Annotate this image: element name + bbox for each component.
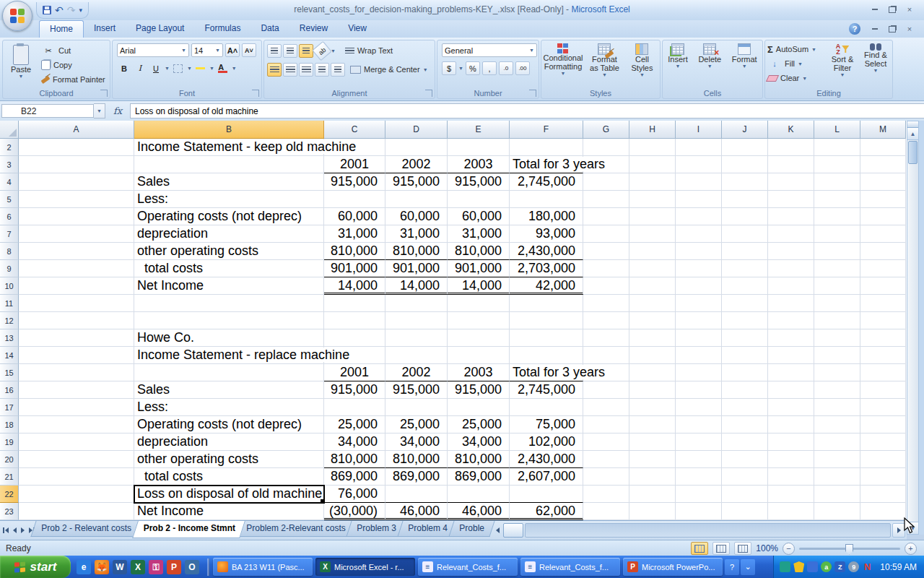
cell-G16[interactable] <box>583 381 629 399</box>
cell-E6[interactable]: 60,000 <box>448 208 510 225</box>
cell-L12[interactable] <box>814 312 860 329</box>
cell-E2[interactable] <box>448 139 510 156</box>
toolbar-chevron-button[interactable]: ⌄ <box>741 559 755 575</box>
cell-K17[interactable] <box>768 399 814 416</box>
cell-B13[interactable]: Howe Co. <box>134 329 324 347</box>
row-header-6[interactable]: 6 <box>0 208 19 225</box>
page-layout-view-button[interactable] <box>712 542 730 555</box>
cell-L4[interactable] <box>814 173 860 191</box>
cell-H11[interactable] <box>629 295 676 312</box>
cell-C7[interactable]: 31,000 <box>324 225 385 243</box>
cell-D15[interactable]: 2002 <box>385 364 448 381</box>
cell-K13[interactable] <box>768 329 814 347</box>
tray-n-icon[interactable]: N <box>862 561 873 572</box>
align-center-icon[interactable] <box>283 63 297 77</box>
cell-I16[interactable] <box>676 381 722 399</box>
cell-C16[interactable]: 915,000 <box>324 381 385 399</box>
cell-G22[interactable] <box>583 486 629 503</box>
cell-F6[interactable]: 180,000 <box>510 208 583 225</box>
cell-J2[interactable] <box>722 139 768 156</box>
cell-B11[interactable] <box>134 295 324 312</box>
tray-green-icon[interactable]: a <box>821 561 832 572</box>
sheet-tab-truncated[interactable]: Proble <box>448 521 494 537</box>
wrap-text-button[interactable]: Wrap Text <box>343 43 395 58</box>
cell-D10[interactable]: 14,000 <box>385 277 448 295</box>
horizontal-scrollbar[interactable] <box>492 521 907 540</box>
cell-A23[interactable] <box>19 503 134 520</box>
cell-B8[interactable]: other operating costs <box>134 243 324 260</box>
tab-scroll-left-icon[interactable] <box>496 527 500 533</box>
cell-J19[interactable] <box>722 434 768 451</box>
start-button[interactable]: start <box>0 556 71 578</box>
row-header-10[interactable]: 10 <box>0 277 19 295</box>
cell-M6[interactable] <box>860 208 906 225</box>
cell-K21[interactable] <box>768 468 814 486</box>
row-header-12[interactable]: 12 <box>0 312 19 329</box>
cell-C4[interactable]: 915,000 <box>324 173 385 191</box>
cell-J21[interactable] <box>722 468 768 486</box>
cell-K7[interactable] <box>768 225 814 243</box>
cell-A12[interactable] <box>19 312 134 329</box>
font-size-select[interactable]: 14▼ <box>191 43 223 57</box>
cell-B20[interactable]: other operating costs <box>134 451 324 468</box>
cell-B5[interactable]: Less: <box>134 191 324 208</box>
cell-B19[interactable]: depreciation <box>134 434 324 451</box>
sheet-tab-prob2-relevant-costs[interactable]: Prob 2 - Relevant costs <box>30 521 141 537</box>
cell-K15[interactable] <box>768 364 814 381</box>
tray-z-icon[interactable]: Z <box>834 561 845 572</box>
workbook-minimize-button[interactable] <box>868 24 882 34</box>
cell-M11[interactable] <box>860 295 906 312</box>
row-header-19[interactable]: 19 <box>0 434 19 451</box>
cell-M20[interactable] <box>860 451 906 468</box>
cell-J8[interactable] <box>722 243 768 260</box>
cell-F8[interactable]: 2,430,000 <box>510 243 583 260</box>
word-icon[interactable]: W <box>113 560 127 574</box>
row-header-18[interactable]: 18 <box>0 416 19 434</box>
cell-E22[interactable] <box>448 486 510 503</box>
cell-F20[interactable]: 2,430,000 <box>510 451 583 468</box>
formula-input[interactable]: Loss on disposal of old machine <box>130 103 924 118</box>
horizontal-scroll-track[interactable] <box>525 523 891 538</box>
column-header-C[interactable]: C <box>324 121 385 139</box>
cell-L19[interactable] <box>814 434 860 451</box>
cell-K19[interactable] <box>768 434 814 451</box>
cell-I21[interactable] <box>676 468 722 486</box>
shrink-font-icon[interactable]: A˅ <box>242 43 256 57</box>
column-header-H[interactable]: H <box>629 121 676 139</box>
cell-E8[interactable]: 810,000 <box>448 243 510 260</box>
cell-F9[interactable]: 2,703,000 <box>510 260 583 277</box>
row-header-21[interactable]: 21 <box>0 468 19 486</box>
close-button[interactable]: × <box>902 4 917 14</box>
cell-I15[interactable] <box>676 364 722 381</box>
cell-K4[interactable] <box>768 173 814 191</box>
cell-L7[interactable] <box>814 225 860 243</box>
cell-A11[interactable] <box>19 295 134 312</box>
cell-F3[interactable]: Total for 3 years <box>510 156 583 173</box>
cell-J15[interactable] <box>722 364 768 381</box>
task-button-doc1[interactable]: ≡ Relevant_Costs_f... <box>418 558 518 576</box>
cell-M13[interactable] <box>860 329 906 347</box>
cell-H13[interactable] <box>629 329 676 347</box>
cell-G6[interactable] <box>583 208 629 225</box>
cell-E9[interactable]: 901,000 <box>448 260 510 277</box>
cell-J18[interactable] <box>722 416 768 434</box>
cell-J11[interactable] <box>722 295 768 312</box>
powerpoint-icon[interactable]: P <box>167 560 181 574</box>
row-header-16[interactable]: 16 <box>0 381 19 399</box>
number-format-select[interactable]: General▼ <box>442 43 537 57</box>
cell-K12[interactable] <box>768 312 814 329</box>
cell-A13[interactable] <box>19 329 134 347</box>
sort-filter-button[interactable]: AZ Sort & Filter▼ <box>826 42 859 88</box>
cell-C9[interactable]: 901,000 <box>324 260 385 277</box>
cell-H19[interactable] <box>629 434 676 451</box>
cell-E4[interactable]: 915,000 <box>448 173 510 191</box>
cell-G4[interactable] <box>583 173 629 191</box>
cell-F13[interactable] <box>510 329 583 347</box>
cell-C8[interactable]: 810,000 <box>324 243 385 260</box>
cell-G23[interactable] <box>583 503 629 520</box>
cell-A8[interactable] <box>19 243 134 260</box>
cell-D4[interactable]: 915,000 <box>385 173 448 191</box>
cell-F21[interactable]: 2,607,000 <box>510 468 583 486</box>
underline-button[interactable]: U <box>149 61 163 75</box>
cell-B10[interactable]: Net Income <box>134 277 324 295</box>
